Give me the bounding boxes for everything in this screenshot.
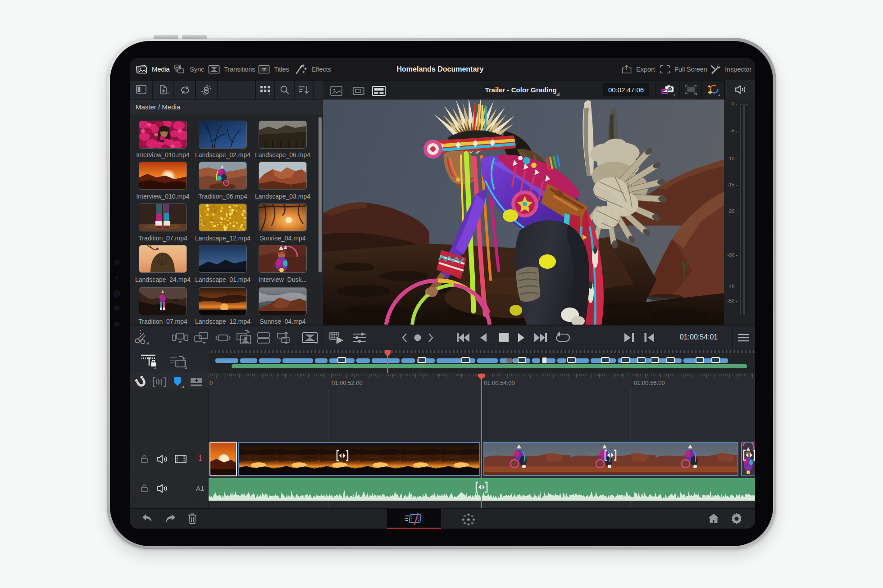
svg-text:T: T — [262, 67, 266, 72]
